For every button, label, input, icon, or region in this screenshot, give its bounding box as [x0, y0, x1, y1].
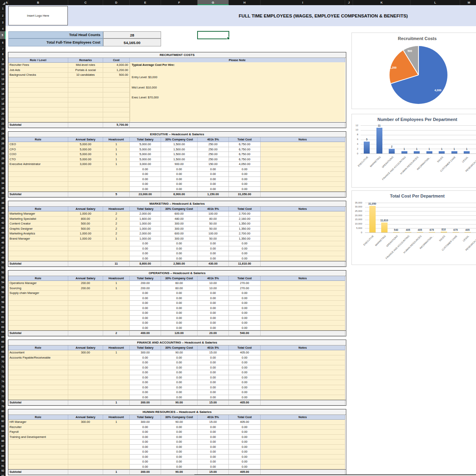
role-cell[interactable]: Graphic Designer	[8, 226, 68, 232]
row-header-75[interactable]: 75	[0, 384, 6, 390]
notes-cell[interactable]	[261, 321, 345, 326]
row-header-91[interactable]: 91	[0, 464, 6, 469]
annual-salary-cell[interactable]	[68, 316, 103, 321]
cost-cell[interactable]	[103, 92, 130, 98]
column-header-cell[interactable]: 401k 5%	[198, 345, 229, 351]
column-header-cell[interactable]: Role	[8, 137, 68, 142]
headcount-cell[interactable]	[103, 385, 130, 390]
total-cost-cell[interactable]: 0.00	[229, 306, 261, 311]
401k-cell[interactable]: 0.00	[198, 296, 229, 301]
total-salary-cell[interactable]: 5,000.00	[130, 152, 161, 157]
headcount-cell[interactable]	[103, 464, 130, 470]
total-salary-cell[interactable]: 0.00	[130, 385, 161, 390]
headcount-cell[interactable]: 1	[103, 350, 130, 355]
headcount-cell[interactable]	[103, 326, 130, 331]
total-cost-cell[interactable]: 405.00	[229, 420, 261, 425]
total-salary-cell[interactable]: 0.00	[130, 296, 161, 301]
notes-cell[interactable]	[261, 231, 345, 236]
column-header-cell[interactable]: Total Salary	[130, 137, 161, 142]
cost-cell[interactable]: 500.00	[103, 73, 130, 78]
annual-salary-cell[interactable]: 200.00	[68, 281, 103, 286]
cost-cell[interactable]	[103, 88, 130, 93]
headcount-cell[interactable]	[103, 311, 130, 316]
total-salary-cell[interactable]: 0.00	[130, 355, 161, 361]
subtotal-cell[interactable]: 405.00	[229, 400, 261, 405]
total-salary-cell[interactable]: 0.00	[130, 291, 161, 296]
headcount-cell[interactable]	[103, 172, 130, 177]
column-header-H[interactable]: H	[229, 0, 261, 5]
headcount-cell[interactable]: 2	[103, 211, 130, 217]
total-cost-cell[interactable]: 0.00	[229, 291, 261, 296]
column-header-cell[interactable]: Role / Level	[8, 58, 68, 63]
column-header-cell[interactable]: Notes	[261, 137, 345, 142]
total-cost-cell[interactable]: 4,050.00	[229, 162, 261, 167]
column-header-L[interactable]: L	[411, 0, 460, 5]
row-header-77[interactable]: 77	[0, 394, 6, 399]
notes-cell[interactable]	[261, 370, 345, 375]
total-cost-cell[interactable]: 0.00	[229, 296, 261, 301]
subtotal-cell[interactable]: 6,900.00	[161, 192, 198, 197]
company-cost-cell[interactable]: 0.00	[161, 306, 198, 311]
headcount-cell[interactable]	[103, 440, 130, 445]
annual-salary-cell[interactable]	[68, 187, 103, 192]
headcount-cell[interactable]	[103, 291, 130, 296]
remarks-cell[interactable]: 10 candidates	[68, 73, 103, 78]
role-level-cell[interactable]	[8, 107, 68, 113]
row-header-37[interactable]: 37	[0, 196, 6, 201]
annual-salary-cell[interactable]	[68, 326, 103, 331]
subtotal-cell[interactable]: 120.00	[161, 331, 198, 336]
row-header-81[interactable]: 81	[0, 414, 6, 419]
total-cost-cell[interactable]: 0.00	[229, 167, 261, 172]
total-salary-cell[interactable]: 0.00	[130, 449, 161, 455]
row-header-18[interactable]: 18	[0, 102, 6, 107]
total-cost-cell[interactable]: 0.00	[229, 246, 261, 251]
column-header-cell[interactable]: Annual Salary	[68, 137, 103, 142]
headcount-cell[interactable]	[103, 390, 130, 395]
row-header-50[interactable]: 50	[0, 260, 6, 265]
role-cell[interactable]	[8, 241, 68, 246]
notes-cell[interactable]	[261, 385, 345, 390]
total-salary-cell[interactable]: 5,000.00	[130, 157, 161, 162]
total-cost-cell[interactable]: 2,700.00	[229, 211, 261, 217]
role-level-cell[interactable]	[8, 102, 68, 107]
total-cost-cell[interactable]: 0.00	[229, 459, 261, 464]
total-cost-cell[interactable]: 0.00	[229, 430, 261, 435]
notes-cell[interactable]	[261, 301, 345, 306]
subtotal-cell[interactable]	[68, 470, 103, 475]
annual-salary-cell[interactable]: 200.00	[68, 286, 103, 291]
column-header-cell[interactable]: 401k 5%	[198, 415, 229, 420]
column-header-cell[interactable]: 30% Company Cost	[161, 137, 198, 142]
annual-salary-cell[interactable]	[68, 425, 103, 430]
annual-salary-cell[interactable]	[68, 291, 103, 296]
total-cost-cell[interactable]: 6,750.00	[229, 152, 261, 157]
role-level-cell[interactable]: Job Ads	[8, 68, 68, 73]
company-cost-cell[interactable]: 1,500.00	[161, 142, 198, 147]
row-header-13[interactable]: 13	[0, 77, 6, 82]
row-header-5[interactable]: 5	[0, 31, 6, 39]
total-salary-cell[interactable]: 0.00	[130, 464, 161, 470]
row-header-78[interactable]: 78	[0, 399, 6, 404]
401k-cell[interactable]: 0.00	[198, 167, 229, 172]
column-header-cell[interactable]: 401k 5%	[198, 207, 229, 212]
company-cost-cell[interactable]: 480.00	[161, 217, 198, 222]
total-salary-cell[interactable]: 0.00	[130, 390, 161, 395]
role-cell[interactable]: Marketing Analytics	[8, 231, 68, 236]
subtotal-cell[interactable]	[261, 261, 345, 267]
role-level-cell[interactable]	[8, 88, 68, 93]
subtotal-cell[interactable]: 31,050.00	[229, 192, 261, 197]
subtotal-cell[interactable]: 405.00	[229, 470, 261, 475]
column-header-cell[interactable]: Annual Salary	[68, 415, 103, 420]
company-cost-cell[interactable]: 0.00	[161, 440, 198, 445]
subtotal-cell[interactable]: Subtotal	[8, 400, 68, 405]
cost-cell[interactable]	[103, 117, 130, 123]
row-header-63[interactable]: 63	[0, 325, 6, 330]
401k-cell[interactable]: 0.00	[198, 425, 229, 430]
row-header-79[interactable]: 79	[0, 404, 6, 409]
401k-cell[interactable]: 0.00	[198, 385, 229, 390]
notes-cell[interactable]	[261, 182, 345, 187]
column-header-cell[interactable]: Headcount	[103, 137, 130, 142]
role-cell[interactable]	[8, 360, 68, 365]
notes-cell[interactable]	[261, 226, 345, 232]
401k-cell[interactable]: 0.00	[198, 375, 229, 380]
subtotal-cell[interactable]: 2	[103, 331, 130, 336]
